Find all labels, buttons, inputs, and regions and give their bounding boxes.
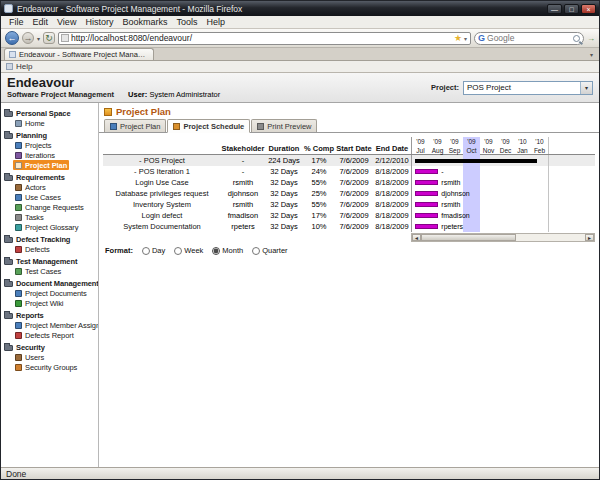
task-start: 7/6/2009 — [335, 188, 373, 199]
url-input[interactable] — [71, 33, 452, 43]
gantt-row-login-defect[interactable]: Login defectfmadison32 Days17%7/6/20098/… — [103, 210, 595, 221]
menu-view[interactable]: View — [53, 17, 80, 27]
gantt-row-system-documentation[interactable]: System Documentationrpeters32 Days10%7/6… — [103, 221, 595, 232]
sidebar-item-use-cases[interactable]: Use Cases — [13, 192, 63, 202]
format-radio-day[interactable] — [142, 247, 150, 255]
sidebar-item-change-requests[interactable]: Change Requests — [13, 202, 86, 212]
section-label: Document Management — [16, 279, 99, 288]
sidebar-item-project-wiki[interactable]: Project Wiki — [13, 298, 65, 308]
reload-button[interactable]: ↻ — [43, 32, 55, 44]
gantt-row-inventory-system[interactable]: Inventory Systemrsmith32 Days55%7/6/2009… — [103, 199, 595, 210]
security-groups-icon — [15, 364, 22, 371]
gantt-row-pos-project[interactable]: - POS Project-224 Days17%7/6/20092/12/20… — [103, 155, 595, 166]
format-radio-quarter[interactable] — [252, 247, 260, 255]
format-radio-week[interactable] — [174, 247, 182, 255]
month-label: Dec — [497, 146, 514, 155]
bookmark-help[interactable]: Help — [6, 62, 32, 71]
format-label: Format: — [105, 246, 133, 255]
horizontal-scrollbar[interactable]: ◄ ► — [411, 233, 595, 242]
sidebar-section-document-management[interactable]: Document Management — [4, 278, 98, 288]
minimize-button[interactable]: — — [547, 4, 562, 14]
tab-project-plan[interactable]: Project Plan — [104, 119, 166, 132]
sidebar-item-defects[interactable]: Defects — [13, 244, 52, 254]
url-dropdown-icon[interactable]: ▾ — [464, 35, 468, 42]
sidebar-section-reports[interactable]: Reports — [4, 310, 98, 320]
scroll-track[interactable] — [421, 234, 585, 241]
sidebar-item-label: Defects — [25, 245, 50, 254]
sidebar-item-projects[interactable]: Projects — [13, 140, 53, 150]
sidebar-item-project-member-assignments[interactable]: Project Member Assignments — [13, 320, 99, 330]
format-option-month[interactable]: Month — [212, 246, 243, 255]
sidebar-section-defect-tracking[interactable]: Defect Tracking — [4, 234, 98, 244]
back-button[interactable]: ← — [5, 31, 19, 45]
scroll-left-icon[interactable]: ◄ — [412, 234, 421, 241]
close-button[interactable]: × — [581, 4, 596, 14]
sidebar-section-security[interactable]: Security — [4, 342, 98, 352]
scroll-thumb[interactable] — [421, 234, 516, 241]
go-button-icon[interactable]: → — [587, 34, 595, 43]
list-all-tabs-icon[interactable]: ▾ — [590, 51, 596, 60]
sidebar-item-users[interactable]: Users — [13, 352, 46, 362]
gantt-row-database-privileges-request[interactable]: Database privileges requestdjohnson32 Da… — [103, 188, 595, 199]
plan-tabs: Project PlanProject SchedulePrint Previe… — [99, 118, 599, 133]
sidebar-section-personal-space[interactable]: Personal Space — [4, 108, 98, 118]
gantt-row-pos-iteration-1[interactable]: - POS Iteration 1-32 Days24%7/6/20098/18… — [103, 166, 595, 177]
tab-print-preview[interactable]: Print Preview — [251, 119, 317, 132]
navigation-toolbar: ← → ▾ ↻ ★ ▾ G → — [1, 29, 599, 48]
format-options: DayWeekMonthQuarter — [142, 246, 288, 255]
timeline-cell: fmadison — [411, 210, 595, 221]
year-label: '10 — [514, 137, 531, 146]
project-select[interactable]: POS Project ▾ — [463, 81, 593, 95]
menu-help[interactable]: Help — [202, 17, 229, 27]
history-dropdown-icon[interactable]: ▾ — [37, 35, 40, 42]
menu-edit[interactable]: Edit — [29, 17, 53, 27]
sidebar-item-home[interactable]: Home — [13, 118, 47, 128]
title-bar: Endeavour - Software Project Management … — [1, 1, 599, 16]
scroll-row: ◄ ► — [103, 233, 595, 242]
defects-report-icon — [15, 332, 22, 339]
browser-tab[interactable]: Endeavour - Software Project Managem... — [4, 48, 154, 60]
sidebar-section-test-management[interactable]: Test Management — [4, 256, 98, 266]
sidebar-item-actors[interactable]: Actors — [13, 182, 48, 192]
menu-bookmarks[interactable]: Bookmarks — [118, 17, 171, 27]
gantt-row-login-use-case[interactable]: Login Use Casersmith32 Days55%7/6/20098/… — [103, 177, 595, 188]
format-option-label: Month — [222, 246, 243, 255]
bar-label: rsmith — [441, 200, 460, 209]
sidebar-section-requirements[interactable]: Requirements — [4, 172, 98, 182]
format-radio-month[interactable] — [212, 247, 220, 255]
sidebar-item-project-glossary[interactable]: Project Glossary — [13, 222, 80, 232]
bookmark-star-icon[interactable]: ★ — [454, 34, 462, 43]
format-option-week[interactable]: Week — [174, 246, 203, 255]
sidebar-item-project-documents[interactable]: Project Documents — [13, 288, 89, 298]
folder-icon — [4, 175, 13, 181]
sidebar-item-security-groups[interactable]: Security Groups — [13, 362, 79, 372]
task-duration: 32 Days — [265, 221, 303, 232]
bar-label: rsmith — [441, 178, 460, 187]
maximize-button[interactable]: □ — [564, 4, 579, 14]
sidebar-item-project-plan[interactable]: Project Plan — [13, 160, 69, 170]
format-controls: Format: DayWeekMonthQuarter — [103, 246, 595, 255]
menu-tools[interactable]: Tools — [172, 17, 201, 27]
scroll-right-icon[interactable]: ► — [585, 234, 594, 241]
sidebar-item-test-cases[interactable]: Test Cases — [13, 266, 63, 276]
forward-button[interactable]: → — [22, 32, 34, 44]
menu-file[interactable]: File — [5, 17, 28, 27]
search-magnifier-icon[interactable] — [573, 35, 580, 42]
task-duration: 32 Days — [265, 199, 303, 210]
search-input[interactable] — [487, 33, 571, 43]
menu-history[interactable]: History — [81, 17, 117, 27]
format-option-day[interactable]: Day — [142, 246, 165, 255]
format-option-quarter[interactable]: Quarter — [252, 246, 287, 255]
tab-project-schedule[interactable]: Project Schedule — [167, 119, 250, 133]
task-bar — [415, 180, 439, 185]
sidebar-section-planning[interactable]: Planning — [4, 130, 98, 140]
search-bar[interactable]: G — [474, 32, 584, 45]
sidebar-item-iterations[interactable]: Iterations — [13, 150, 57, 160]
format-option-label: Quarter — [262, 246, 287, 255]
sidebar-item-label: Defects Report — [25, 331, 74, 340]
url-bar[interactable]: ★ ▾ — [58, 32, 471, 45]
sidebar-item-tasks[interactable]: Tasks — [13, 212, 46, 222]
month-highlight-column — [463, 199, 480, 210]
sidebar-item-defects-report[interactable]: Defects Report — [13, 330, 76, 340]
users-icon — [15, 354, 22, 361]
